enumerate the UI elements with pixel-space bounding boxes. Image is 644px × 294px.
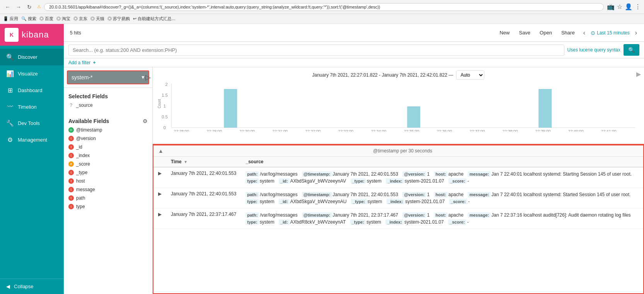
field-item-index[interactable]: t _index	[64, 151, 152, 160]
prev-time-button[interactable]: ‹	[581, 29, 588, 37]
svg-text:22:41:00: 22:41:00	[601, 129, 617, 132]
baidu-bookmark[interactable]: ◎ 百度	[39, 16, 53, 22]
discover-icon: 🔍	[6, 53, 14, 61]
refresh-button[interactable]: ↻	[25, 2, 34, 12]
svg-text:1.5: 1.5	[162, 93, 168, 97]
bookmark-icon[interactable]: ☆	[617, 3, 622, 10]
sidebar-item-timelion[interactable]: 〰 Timelion	[0, 99, 64, 115]
taobao-bookmark[interactable]: ◎ 淘宝	[56, 16, 70, 22]
sidebar-collapse[interactable]: ◀ Collapse	[0, 279, 64, 294]
field-name-score: _score	[76, 161, 90, 167]
site-builder-bookmark[interactable]: ↩ 自助建站方式汇总...	[133, 16, 175, 22]
jd-bookmark[interactable]: ◎ 京东	[73, 16, 87, 22]
svg-text:22:30:00: 22:30:00	[240, 129, 255, 132]
svg-text:22:35:00: 22:35:00	[404, 129, 419, 132]
index-pattern-dropdown[interactable]: system-*	[68, 71, 148, 84]
field-value: -	[467, 178, 469, 184]
time-cell: January 7th 2021, 22:40:01.553	[166, 167, 241, 188]
collapse-chart-button[interactable]: ▲	[158, 148, 164, 154]
field-item-timestamp[interactable]: ⊙ @timestamp	[64, 126, 152, 134]
add-filter-plus-icon[interactable]: +	[93, 60, 95, 65]
chart-svg-container: 2 1.5 1 0.5 0	[157, 81, 639, 135]
next-time-button[interactable]: ›	[633, 29, 639, 37]
top-bar: 5 hits New Save Open Share ‹ ⊙ Last 15 m…	[64, 24, 644, 42]
field-label: _score:	[448, 219, 466, 225]
time-col-header[interactable]: Time ▼	[166, 157, 241, 167]
interval-dropdown[interactable]: Auto	[456, 70, 484, 80]
body-area: system-* ▼ ▷ Selected Fields ? _source	[64, 67, 644, 294]
selected-fields-section: Selected Fields ? _source	[64, 88, 152, 113]
share-button[interactable]: Share	[558, 28, 578, 37]
browser-actions: 📺 ☆ 👤 ⋮	[607, 3, 641, 10]
clock-icon: ⊙	[591, 30, 595, 36]
sidebar-item-discover[interactable]: 🔍 Discover	[0, 49, 64, 65]
expand-row-button[interactable]: ▶	[158, 212, 162, 217]
chart-header: January 7th 2021, 22:27:01.822 - January…	[157, 70, 639, 80]
field-value: apache	[448, 171, 465, 177]
field-label: @timestamp:	[302, 212, 332, 218]
field-label: host:	[434, 192, 448, 197]
field-label: host:	[434, 212, 448, 218]
field-item-message[interactable]: t message	[64, 185, 152, 194]
expand-row-button[interactable]: ▶	[158, 191, 162, 197]
field-value: AXbdSkgaV_bWVzeeynAV	[290, 178, 348, 184]
field-value: January 7th 2021, 22:40:01.553	[333, 171, 400, 177]
suning-bookmark[interactable]: ◎ 苏宁易购	[107, 16, 130, 22]
lucene-link[interactable]: Uses lucene query syntax	[567, 47, 620, 53]
time-cell: January 7th 2021, 22:40:01.553	[166, 188, 241, 209]
field-name-version: @version	[76, 136, 96, 141]
field-value: system	[260, 219, 276, 225]
devtools-icon: 🔧	[6, 120, 14, 127]
available-fields-section: Available Fields ⚙ ⊙ @timestamp t @versi…	[64, 113, 152, 214]
field-value: Jan 7 22:40:01 localhost systemd: Starti…	[491, 171, 632, 177]
search-input[interactable]	[68, 44, 564, 56]
apps-bookmark[interactable]: 📱 应用	[3, 16, 18, 22]
open-button[interactable]: Open	[537, 28, 555, 37]
chart-collapse-button[interactable]: ▶	[636, 70, 641, 78]
field-type-string-icon-2: t	[68, 144, 74, 150]
field-label: _index:	[387, 199, 405, 204]
sidebar-item-dashboard[interactable]: ⊞ Dashboard	[0, 82, 64, 99]
tianmao-bookmark[interactable]: ◎ 天猫	[90, 16, 104, 22]
menu-icon[interactable]: ⋮	[635, 3, 641, 10]
bar-22-30	[224, 89, 237, 128]
field-value: Jan 7 22:40:01 localhost systemd: Starte…	[491, 192, 630, 197]
profile-icon[interactable]: 👤	[625, 3, 632, 10]
field-name-message: message	[76, 187, 95, 192]
save-button[interactable]: Save	[516, 28, 533, 37]
expand-row-button[interactable]: ▶	[158, 171, 162, 176]
field-name-type2: type	[76, 204, 85, 209]
sidebar-item-management[interactable]: ⚙ Management	[0, 132, 64, 148]
field-item-source[interactable]: ? _source	[64, 101, 152, 109]
field-value: -	[468, 199, 470, 204]
time-range-picker[interactable]: ⊙ Last 15 minutes	[591, 30, 630, 36]
address-bar[interactable]: 20.0.0.31:5601/app/kibana#/discover?_g=(…	[44, 3, 604, 11]
add-filter-link[interactable]: Add a filter	[68, 60, 90, 65]
sidebar-item-label-discover: Discover	[18, 54, 37, 60]
field-item-id[interactable]: t _id	[64, 143, 152, 151]
field-label: type:	[245, 219, 259, 225]
search-button[interactable]: 🔍	[624, 44, 639, 56]
back-button[interactable]: ←	[3, 2, 12, 12]
field-item-version[interactable]: t @version	[64, 134, 152, 143]
field-item-score[interactable]: # _score	[64, 160, 152, 168]
fields-settings-button[interactable]: ⚙	[143, 118, 148, 124]
forward-button[interactable]: →	[14, 2, 23, 12]
field-item-type[interactable]: t _type	[64, 168, 152, 177]
results-table: Time ▼ _source ▶January 7th 2021, 22:40:…	[153, 157, 643, 229]
expand-fields-button[interactable]: ▷	[145, 73, 151, 82]
field-item-type2[interactable]: t type	[64, 202, 152, 211]
sidebar-item-devtools[interactable]: 🔧 Dev Tools	[0, 115, 64, 132]
results-header: ▲ @timestamp per 30 seconds	[153, 145, 643, 157]
field-item-host[interactable]: t host	[64, 177, 152, 185]
sidebar-nav: 🔍 Discover 📊 Visualize ⊞ Dashboard 〰 Tim…	[0, 46, 64, 279]
search-bookmark[interactable]: 🔍 搜索	[21, 16, 36, 22]
new-button[interactable]: New	[496, 28, 513, 37]
field-value: /var/log/messages	[260, 192, 299, 197]
field-label: message:	[468, 212, 491, 218]
field-type-string-icon-7: t	[68, 195, 74, 201]
field-label: path:	[245, 171, 259, 177]
field-label: _id:	[279, 219, 290, 225]
field-item-path[interactable]: t path	[64, 194, 152, 202]
sidebar-item-visualize[interactable]: 📊 Visualize	[0, 65, 64, 82]
